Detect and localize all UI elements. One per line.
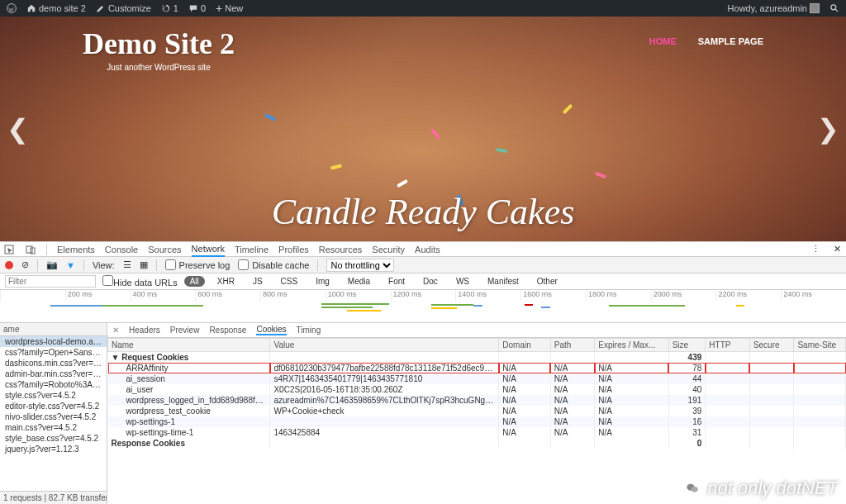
site-branding: Demo Site 2 Just another WordPress site xyxy=(83,26,235,72)
filter-media[interactable]: Media xyxy=(342,276,376,287)
cookie-row[interactable]: wordpress_logged_in_fdd689d988fb4ab8fab9… xyxy=(108,395,846,406)
cookie-row[interactable]: Response Cookies0 xyxy=(108,438,846,449)
tab-preview[interactable]: Preview xyxy=(170,326,200,335)
request-row[interactable]: editor-style.css?ver=4.5.2 xyxy=(0,401,107,411)
cookie-row[interactable]: ARRAffinitydf06810230b379477bafbe22588fd… xyxy=(108,363,846,373)
svg-point-5 xyxy=(687,484,695,491)
tab-cookies[interactable]: Cookies xyxy=(256,325,286,335)
nav-sample-page[interactable]: SAMPLE PAGE xyxy=(698,36,763,72)
network-filter-bar: Hide data URLs All XHR JS CSS Img Media … xyxy=(0,273,846,290)
request-row[interactable]: main.css?ver=4.5.2 xyxy=(0,422,107,433)
filter-ws[interactable]: WS xyxy=(450,276,475,287)
throttling-select[interactable]: No throttling xyxy=(326,259,394,272)
nav-home[interactable]: HOME xyxy=(649,36,677,72)
tab-console[interactable]: Console xyxy=(105,243,138,256)
svg-point-6 xyxy=(692,487,698,492)
cookie-row[interactable]: ▼ Request Cookies439 xyxy=(108,352,846,364)
col-path[interactable]: Path xyxy=(550,339,595,352)
slider-prev-arrow[interactable]: ❮ xyxy=(7,113,29,145)
site-title[interactable]: Demo Site 2 xyxy=(83,26,235,61)
kebab-icon[interactable]: ⋮ xyxy=(810,244,821,255)
col-expires[interactable]: Expires / Max... xyxy=(595,339,668,352)
tab-sources[interactable]: Sources xyxy=(148,243,181,256)
main-nav: HOME SAMPLE PAGE xyxy=(649,36,763,72)
view-frame-icon[interactable]: ▦ xyxy=(140,259,148,270)
col-domain[interactable]: Domain xyxy=(499,339,551,352)
network-timeline[interactable]: 200 ms 400 ms 600 ms 800 ms 1000 ms 1200… xyxy=(0,290,846,323)
request-row[interactable]: style.css?ver=4.5.2 xyxy=(0,390,107,401)
col-http[interactable]: HTTP xyxy=(706,339,750,352)
preserve-log-checkbox[interactable]: Preserve log xyxy=(165,259,231,270)
cookie-row[interactable]: ai_userX0C2S|2016-05-16T18:35:00.260ZN/A… xyxy=(108,384,846,395)
cookie-row[interactable]: wp-settings-1N/AN/AN/A16 xyxy=(108,416,846,427)
tab-security[interactable]: Security xyxy=(372,243,405,256)
tab-audits[interactable]: Audits xyxy=(415,243,440,256)
disable-cache-checkbox[interactable]: Disable cache xyxy=(238,259,309,270)
filter-all[interactable]: All xyxy=(184,276,205,287)
tab-response[interactable]: Response xyxy=(209,326,246,335)
cookie-row[interactable]: wordpress_test_cookieWP+Cookie+checkN/AN… xyxy=(108,406,846,416)
tab-profiles[interactable]: Profiles xyxy=(278,243,309,256)
inspect-icon[interactable] xyxy=(3,244,15,255)
filter-js[interactable]: JS xyxy=(247,276,269,287)
tab-timing[interactable]: Timing xyxy=(297,326,321,335)
search-icon[interactable] xyxy=(829,3,839,13)
new-content-link[interactable]: +New xyxy=(216,2,243,15)
request-row[interactable]: nivo-slider.css?ver=4.5.2 xyxy=(0,411,107,422)
tab-timeline[interactable]: Timeline xyxy=(235,243,269,256)
filter-icon[interactable]: ▼ xyxy=(66,260,75,270)
svg-point-1 xyxy=(831,5,836,10)
request-row[interactable]: admin-bar.min.css?ver=4.5.2 xyxy=(0,368,107,379)
cookie-row[interactable]: wp-settings-time-11463425884N/AN/AN/A31 xyxy=(108,427,846,438)
tab-headers[interactable]: Headers xyxy=(129,326,160,335)
hero-image: Demo Site 2 Just another WordPress site … xyxy=(0,17,846,241)
record-button[interactable] xyxy=(5,261,13,269)
request-row[interactable]: dashicons.min.css?ver=4.5.2 xyxy=(0,358,107,368)
close-icon[interactable]: ✕ xyxy=(831,244,843,255)
updates-badge[interactable]: 1 xyxy=(161,3,178,13)
customize-link[interactable]: Customize xyxy=(96,3,151,13)
hero-headline: Candle Ready Cakes xyxy=(272,191,575,233)
network-status-bar: 1 requests | 82.7 KB transferred xyxy=(0,491,107,504)
clear-icon[interactable]: ⊘ xyxy=(21,259,29,270)
view-list-icon[interactable]: ☰ xyxy=(123,259,131,270)
filter-input[interactable] xyxy=(5,275,96,288)
network-toolbar: ⊘ 📷 ▼ View: ☰ ▦ Preserve log Disable cac… xyxy=(0,257,846,273)
request-row[interactable]: css?family=Roboto%3A300%2... xyxy=(0,379,107,390)
tab-network[interactable]: Network xyxy=(192,242,225,257)
view-label: View: xyxy=(93,260,115,270)
request-row[interactable]: jquery.js?ver=1.12.3 xyxy=(0,444,107,454)
devtools-panel: Elements Console Sources Network Timelin… xyxy=(0,241,846,504)
request-row[interactable]: style_base.css?ver=4.5.2 xyxy=(0,433,107,444)
cookie-row[interactable]: ai_sessions4RX7|1463435401779|1463435771… xyxy=(108,373,846,384)
wp-logo-icon[interactable] xyxy=(7,3,17,13)
filter-manifest[interactable]: Manifest xyxy=(482,276,525,287)
tab-resources[interactable]: Resources xyxy=(319,243,363,256)
slider-next-arrow[interactable]: ❯ xyxy=(817,113,839,145)
col-value[interactable]: Value xyxy=(270,339,499,352)
site-link[interactable]: demo site 2 xyxy=(26,3,86,13)
avatar xyxy=(810,3,820,13)
col-secure[interactable]: Secure xyxy=(749,339,794,352)
close-detail-icon[interactable]: ✕ xyxy=(112,326,119,335)
col-samesite[interactable]: Same-Site xyxy=(794,339,846,352)
request-row[interactable]: css?family=Open+Sans%3A300... xyxy=(0,347,107,358)
col-size[interactable]: Size xyxy=(668,339,706,352)
col-name[interactable]: Name xyxy=(108,339,270,352)
wechat-icon xyxy=(682,478,702,498)
network-detail-panel: ✕ Headers Preview Response Cookies Timin… xyxy=(107,323,846,504)
account-link[interactable]: Howdy, azureadmin xyxy=(728,3,820,13)
filter-other[interactable]: Other xyxy=(531,276,563,287)
filter-doc[interactable]: Doc xyxy=(417,276,444,287)
comments-badge[interactable]: 0 xyxy=(188,3,206,13)
capture-screenshot-icon[interactable]: 📷 xyxy=(46,259,58,270)
sidebar-column-header[interactable]: ame xyxy=(0,323,107,336)
tab-elements[interactable]: Elements xyxy=(57,243,95,256)
filter-img[interactable]: Img xyxy=(310,276,335,287)
request-row[interactable]: wordpress-local-demo.azurewe... xyxy=(0,336,107,347)
filter-font[interactable]: Font xyxy=(383,276,411,287)
device-mode-icon[interactable] xyxy=(25,244,36,255)
hide-data-urls-checkbox[interactable]: Hide data URLs xyxy=(102,275,178,288)
filter-xhr[interactable]: XHR xyxy=(212,276,240,287)
filter-css[interactable]: CSS xyxy=(275,276,304,287)
